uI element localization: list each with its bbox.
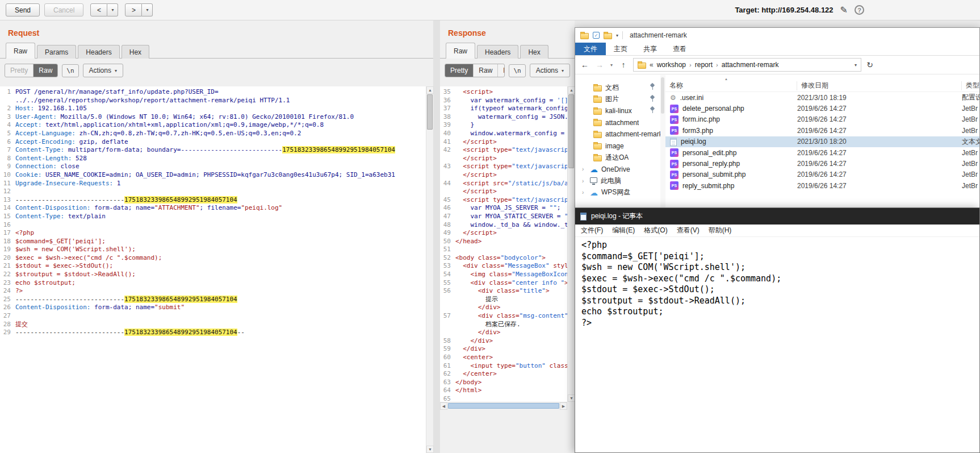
address-folder-icon <box>638 63 646 69</box>
forward-arrow-icon[interactable]: → <box>593 60 606 69</box>
panel-splitter[interactable] <box>433 20 440 453</box>
file-row[interactable]: PSpersonal_reply.php2019/6/26 14:27JetBr <box>665 158 979 169</box>
response-view-pretty-button[interactable]: Pretty <box>445 64 474 77</box>
expand-chevron-icon[interactable]: › <box>582 178 587 184</box>
sidebar-item[interactable]: attachment <box>575 117 660 129</box>
sidebar-item[interactable]: 文档 <box>575 82 660 94</box>
actions-label: Actions <box>536 67 558 74</box>
line-number: 55 <box>440 279 455 288</box>
sidebar-item[interactable]: 通达OA <box>575 152 660 164</box>
quick-access-properties-icon[interactable]: ✓ <box>593 32 600 39</box>
notepad-menu-item[interactable]: 文件(F) <box>576 224 608 237</box>
response-horizontal-scrollbar[interactable]: ◀ ▶ <box>440 402 567 409</box>
expand-chevron-icon[interactable]: › <box>582 189 587 196</box>
expand-chevron-icon[interactable]: › <box>582 166 587 172</box>
file-row[interactable]: peiqi.log2021/3/10 18:20文本文 <box>665 136 979 147</box>
response-tab-raw[interactable]: Raw <box>446 43 475 59</box>
notepad-menu-item[interactable]: 查看(V) <box>672 224 704 237</box>
sidebar-item[interactable]: ›此电脑 <box>575 175 660 187</box>
response-actions-button[interactable]: Actions▾ <box>530 64 570 77</box>
notepad-menu-item[interactable]: 格式(O) <box>639 224 672 237</box>
sidebar-item[interactable]: attachment-remark <box>575 128 660 140</box>
history-back-button[interactable]: < <box>90 3 107 16</box>
scrollbar-thumb[interactable] <box>427 94 433 130</box>
notepad-content[interactable]: <?php$command=$_GET['peiqi'];$wsh = new … <box>575 237 979 331</box>
column-header-name[interactable]: ▲名称 <box>665 81 797 90</box>
recent-locations-caret-icon[interactable]: ▾ <box>608 63 615 68</box>
edit-target-pencil-icon[interactable]: ✎ <box>840 5 848 15</box>
history-forward-button[interactable]: > <box>125 3 142 16</box>
request-tab-params[interactable]: Params <box>37 45 76 59</box>
scroll-right-arrow-icon[interactable]: ▶ <box>560 402 567 410</box>
notepad-menu-item[interactable]: 帮助(H) <box>704 224 736 237</box>
request-tab-hex[interactable]: Hex <box>122 45 149 59</box>
column-header-type[interactable]: 类型 <box>962 81 979 90</box>
file-row[interactable]: ⚙.user.ini2021/3/10 18:19配置设 <box>665 92 979 103</box>
history-forward-dropdown-icon[interactable]: ▾ <box>142 3 153 16</box>
request-view-pretty-button[interactable]: Pretty <box>5 64 33 77</box>
ribbon-tab[interactable]: 主页 <box>606 43 635 55</box>
newline-toggle-button[interactable]: \n <box>62 64 78 77</box>
breadcrumb-overflow-icon[interactable]: « <box>650 61 654 69</box>
request-tab-raw[interactable]: Raw <box>6 43 35 59</box>
sidebar-item[interactable]: kali-linux <box>575 105 660 117</box>
newline-toggle-button[interactable]: \n <box>509 64 525 77</box>
cancel-button[interactable]: Cancel <box>44 3 83 16</box>
code-line: 25-----------------------------175183233… <box>0 296 426 304</box>
refresh-icon[interactable]: ↻ <box>864 60 876 69</box>
explorer-body: 文档图片kali-linuxattachmentattachment-remar… <box>575 75 979 207</box>
request-tab-headers[interactable]: Headers <box>78 45 119 59</box>
ribbon-tab-file[interactable]: 文件 <box>575 43 606 55</box>
file-row[interactable]: PSpersonal_edit.php2019/6/26 14:27JetBr <box>665 147 979 158</box>
response-tab-bar: RawHeadersHex <box>440 41 575 59</box>
back-arrow-icon[interactable]: ← <box>579 60 591 69</box>
scrollbar-thumb[interactable] <box>568 94 574 168</box>
breadcrumb-item[interactable]: attachment-remark <box>722 61 779 69</box>
ribbon-tab[interactable]: 共享 <box>635 43 665 55</box>
up-arrow-icon[interactable]: ↑ <box>617 60 630 69</box>
column-header-date[interactable]: 修改日期 <box>797 81 962 90</box>
address-box[interactable]: « workshop›report›attachment-remark ▾ <box>633 58 861 72</box>
scroll-left-arrow-icon[interactable]: ◀ <box>440 402 447 410</box>
send-button[interactable]: Send <box>6 3 40 16</box>
file-row[interactable]: PSform3.php2019/6/26 14:27JetBr <box>665 125 979 136</box>
response-footer <box>440 409 575 453</box>
scroll-up-arrow-icon[interactable]: ▲ <box>426 86 434 94</box>
file-row[interactable]: PSdelete_personal.php2019/6/26 14:27JetB… <box>665 103 979 114</box>
ribbon-tab[interactable]: 查看 <box>665 43 694 55</box>
sidebar-item[interactable]: image <box>575 140 660 152</box>
response-tab-hex[interactable]: Hex <box>520 45 548 59</box>
response-view-render-button[interactable]: Render <box>498 64 505 77</box>
quick-access-newfolder-icon[interactable] <box>604 33 612 39</box>
help-icon[interactable]: ? <box>855 5 864 15</box>
quick-access-caret-icon[interactable]: ▾ <box>616 33 618 38</box>
address-dropdown-icon[interactable]: ▾ <box>855 63 857 68</box>
file-row[interactable]: PSpersonal_submit.php2019/6/26 14:27JetB… <box>665 169 979 180</box>
request-editor[interactable]: 1POST /general/hr/manage/staff_info/upda… <box>0 86 426 453</box>
response-view-raw-button[interactable]: Raw <box>474 64 498 77</box>
line-number: 2 <box>0 105 15 113</box>
code-line: 5Accept-Language: zh-CN,zh;q=0.8,zh-TW;q… <box>0 130 426 138</box>
response-vertical-scrollbar[interactable]: ▲ ▼ <box>567 86 575 402</box>
sidebar-item[interactable]: 图片 <box>575 94 660 106</box>
line-number: 24 <box>0 287 15 296</box>
navigation-pane-scrollbar[interactable] <box>660 75 665 207</box>
breadcrumb-item[interactable]: report <box>695 61 713 69</box>
line-number: 37 <box>440 105 455 113</box>
file-row[interactable]: PSreply_submit.php2019/6/26 14:27JetBr <box>665 180 979 191</box>
file-row[interactable]: PSform.inc.php2019/6/26 14:27JetBr <box>665 114 979 125</box>
explorer-folder-icon[interactable] <box>580 33 589 39</box>
sidebar-item[interactable]: ›☁OneDrive <box>575 164 660 176</box>
sidebar-item[interactable]: ›☁WPS网盘 <box>575 187 660 199</box>
scrollbar-thumb[interactable] <box>448 403 559 409</box>
notepad-menu-item[interactable]: 编辑(E) <box>608 224 639 237</box>
scrollbar-thumb[interactable] <box>661 77 664 114</box>
history-back-dropdown-icon[interactable]: ▾ <box>107 3 118 16</box>
scroll-down-arrow-icon[interactable]: ▼ <box>426 446 434 453</box>
line-number: 23 <box>0 279 15 288</box>
request-actions-button[interactable]: Actions▾ <box>83 64 123 77</box>
request-vertical-scrollbar[interactable]: ▲ ▼ <box>426 86 433 453</box>
response-tab-headers[interactable]: Headers <box>477 45 518 59</box>
breadcrumb-item[interactable]: workshop <box>657 61 686 69</box>
request-view-raw-button[interactable]: Raw <box>33 64 57 77</box>
